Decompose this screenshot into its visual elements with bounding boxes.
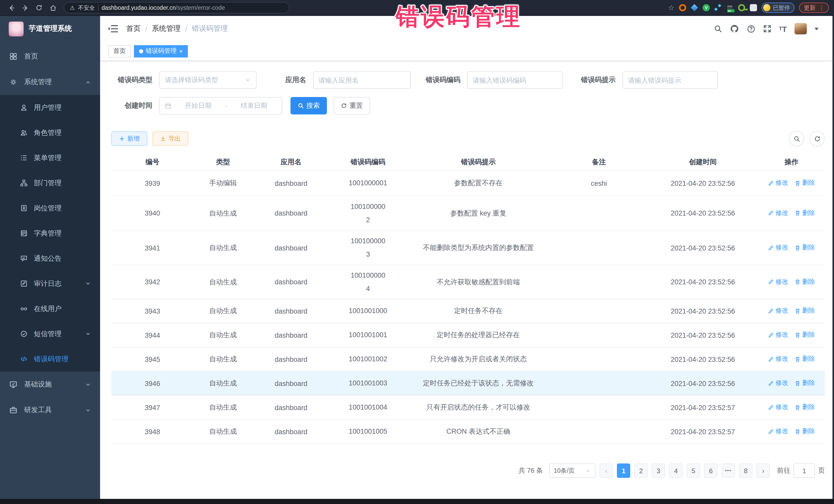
search-button[interactable]: 搜索 bbox=[290, 97, 327, 114]
edit-link[interactable]: 修改 bbox=[768, 379, 788, 388]
url-text[interactable]: dashboard.yudao.iocoder.cn/system/error-… bbox=[102, 5, 225, 11]
error-message-input[interactable] bbox=[622, 71, 718, 89]
edit-link[interactable]: 修改 bbox=[768, 331, 788, 339]
extension-grid-icon[interactable] bbox=[715, 4, 722, 11]
breadcrumb-system[interactable]: 系统管理 bbox=[152, 24, 181, 34]
export-button[interactable]: 导出 bbox=[152, 131, 188, 146]
caret-down-icon[interactable] bbox=[814, 27, 819, 30]
not-secure-label[interactable]: 不安全 bbox=[78, 4, 95, 12]
app-name-input[interactable] bbox=[313, 71, 410, 89]
sidebar-item-positions[interactable]: 岗位管理 bbox=[0, 196, 100, 221]
cell-message: 只允许修改为开启或者关闭状态 bbox=[407, 347, 550, 371]
edit-link[interactable]: 修改 bbox=[768, 278, 788, 286]
sidebar-item-error-codes[interactable]: 错误码管理 bbox=[0, 346, 100, 372]
delete-link[interactable]: 删除 bbox=[794, 307, 815, 315]
tag-home[interactable]: 首页 bbox=[108, 45, 131, 57]
browser-menu-icon[interactable]: ⋮ bbox=[819, 5, 824, 10]
delete-link[interactable]: 删除 bbox=[794, 278, 815, 286]
add-button[interactable]: 新增 bbox=[111, 131, 147, 146]
page-button-2[interactable]: 2 bbox=[634, 463, 648, 478]
sidebar-item-infrastructure[interactable]: 基础设施 bbox=[0, 372, 100, 397]
page-button-5[interactable]: 5 bbox=[687, 463, 700, 478]
delete-link[interactable]: 删除 bbox=[794, 355, 815, 364]
cell-remark: ceshi bbox=[550, 171, 648, 196]
reload-icon[interactable] bbox=[33, 2, 45, 14]
font-size-icon[interactable]: TT bbox=[779, 25, 787, 32]
sidebar-item-sms[interactable]: 短信管理 bbox=[0, 321, 100, 346]
reset-button[interactable]: 重置 bbox=[334, 97, 370, 114]
forward-icon[interactable] bbox=[19, 2, 31, 14]
edit-link[interactable]: 修改 bbox=[768, 427, 788, 436]
browser-profile-chip[interactable]: 已暂停 bbox=[762, 3, 794, 13]
end-date-placeholder[interactable]: 结束日期 bbox=[231, 101, 277, 110]
extension-gem-icon[interactable] bbox=[691, 4, 698, 11]
sidebar-item-dictionary[interactable]: 字典管理 bbox=[0, 221, 100, 246]
help-icon[interactable] bbox=[746, 24, 755, 33]
extension-v-icon[interactable]: V bbox=[703, 4, 710, 11]
edit-link[interactable]: 修改 bbox=[768, 355, 788, 364]
extension-switch-icon[interactable]: on bbox=[726, 4, 733, 11]
close-icon[interactable]: × bbox=[179, 48, 183, 54]
extension-key-icon[interactable] bbox=[738, 4, 745, 11]
edit-link[interactable]: 修改 bbox=[768, 403, 788, 412]
search-icon bbox=[793, 135, 800, 142]
extension-orange-icon[interactable] bbox=[679, 4, 686, 11]
fullscreen-icon[interactable] bbox=[763, 25, 771, 33]
error-code-input[interactable] bbox=[467, 71, 563, 89]
page-button-1[interactable]: 1 bbox=[617, 463, 630, 478]
user-avatar[interactable] bbox=[794, 23, 807, 35]
delete-link[interactable]: 删除 bbox=[794, 379, 815, 388]
delete-link[interactable]: 删除 bbox=[794, 427, 815, 436]
next-page-button[interactable]: › bbox=[756, 463, 770, 478]
sidebar-item-roles[interactable]: 角色管理 bbox=[0, 120, 100, 145]
sidebar-item-home[interactable]: 首页 bbox=[0, 44, 100, 69]
cell-code: 1001001004 bbox=[329, 395, 407, 420]
edit-link[interactable]: 修改 bbox=[768, 209, 788, 218]
sidebar-item-dev-tools[interactable]: 研发工具 bbox=[0, 397, 100, 423]
sidebar-item-audit-log[interactable]: 审计日志 bbox=[0, 271, 100, 296]
error-type-select[interactable]: 请选择错误码类型 bbox=[159, 71, 257, 89]
page-size-select[interactable]: 10条/页 bbox=[549, 463, 595, 478]
home-icon[interactable] bbox=[47, 2, 59, 14]
tag-error-codes[interactable]: 错误码管理 × bbox=[134, 45, 188, 57]
delete-link[interactable]: 删除 bbox=[794, 331, 815, 339]
sidebar-item-online-users[interactable]: 在线用户 bbox=[0, 296, 100, 321]
prev-page-button[interactable]: ‹ bbox=[599, 463, 613, 478]
sidebar-item-users[interactable]: 用户管理 bbox=[0, 95, 100, 120]
start-date-placeholder[interactable]: 开始日期 bbox=[176, 101, 221, 110]
address-bar[interactable]: ⚠ 不安全 dashboard.yudao.iocoder.cn/system/… bbox=[64, 2, 289, 13]
sidebar-toggle-icon[interactable] bbox=[109, 25, 118, 32]
search-icon[interactable] bbox=[714, 25, 722, 33]
delete-link[interactable]: 删除 bbox=[794, 403, 815, 412]
delete-link[interactable]: 删除 bbox=[794, 209, 815, 218]
sidebar-item-menus[interactable]: 菜单管理 bbox=[0, 145, 100, 170]
sidebar-item-departments[interactable]: 部门管理 bbox=[0, 170, 100, 196]
edit-link[interactable]: 修改 bbox=[768, 243, 788, 252]
breadcrumb-home[interactable]: 首页 bbox=[126, 24, 140, 34]
edit-link[interactable]: 修改 bbox=[768, 307, 788, 315]
page-button-6[interactable]: 6 bbox=[704, 463, 718, 478]
browser-update-chip[interactable]: 更新 ⋮ bbox=[799, 3, 829, 13]
page-button-8[interactable]: 8 bbox=[739, 463, 752, 478]
refresh-table-button[interactable] bbox=[809, 131, 825, 146]
show-search-button[interactable] bbox=[789, 131, 804, 146]
sidebar-item-notices[interactable]: 通知公告 bbox=[0, 246, 100, 271]
page-button-4[interactable]: 4 bbox=[669, 463, 683, 478]
breadcrumb-current: 错误码管理 bbox=[192, 24, 228, 34]
edit-link[interactable]: 修改 bbox=[768, 179, 788, 188]
github-icon[interactable] bbox=[729, 24, 739, 34]
back-icon[interactable] bbox=[5, 2, 18, 14]
bookmark-star-icon[interactable]: ☆ bbox=[668, 4, 674, 11]
sidebar-item-system[interactable]: 系统管理 bbox=[0, 69, 100, 95]
sidebar-submenu-system: 用户管理 角色管理 菜单管理 部门管理 bbox=[0, 95, 100, 372]
cell-type: 自动生成 bbox=[194, 265, 253, 299]
page-button-3[interactable]: 3 bbox=[652, 463, 665, 478]
delete-link[interactable]: 删除 bbox=[794, 243, 815, 252]
more-pages-button[interactable]: ••• bbox=[722, 463, 735, 478]
extensions-puzzle-icon[interactable] bbox=[750, 4, 757, 11]
date-range-picker[interactable]: 开始日期 - 结束日期 bbox=[159, 97, 282, 114]
cell-id: 3944 bbox=[111, 323, 194, 347]
delete-link[interactable]: 删除 bbox=[794, 179, 815, 188]
jump-page-input[interactable] bbox=[793, 463, 815, 478]
sidebar-logo[interactable]: 芋道管理系统 bbox=[0, 16, 100, 42]
